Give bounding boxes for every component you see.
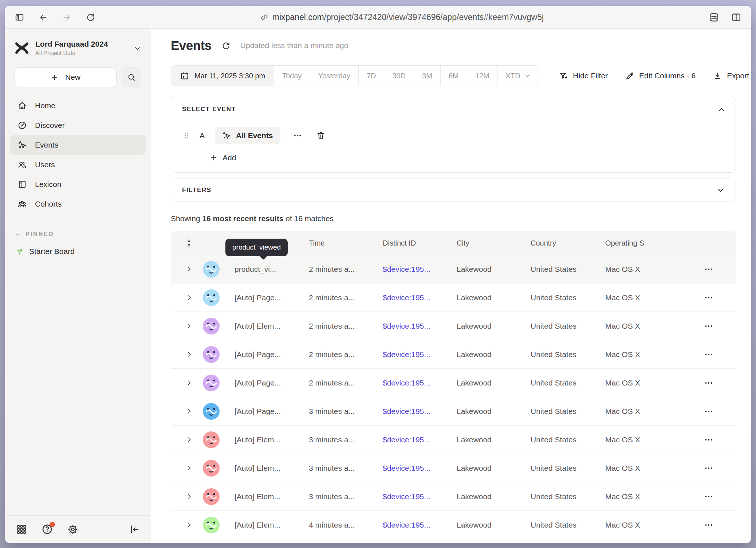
table-row[interactable]: product_vi... 2 minutes a... $device:195… — [171, 255, 736, 283]
gear-icon[interactable] — [67, 524, 78, 535]
expand-panel-icon[interactable] — [717, 186, 725, 194]
sidebar-item-discover[interactable]: Discover — [10, 116, 146, 135]
trash-icon[interactable] — [316, 131, 326, 140]
column-distinct-id[interactable]: Distinct ID — [383, 239, 457, 247]
distinct-id-link[interactable]: $device:195... — [383, 293, 430, 302]
column-operating-system[interactable]: Operating S — [605, 239, 681, 247]
project-switcher[interactable]: Lord Farquaad 2024 All Project Data — [5, 29, 151, 64]
help-button[interactable] — [42, 524, 53, 535]
table-row[interactable]: [Auto] Elem... 3 minutes a... $device:19… — [171, 454, 736, 482]
table-row[interactable]: [Auto] Elem... 4 minutes a... $device:19… — [171, 511, 736, 539]
row-expand-icon[interactable] — [186, 436, 193, 443]
row-expand-icon[interactable] — [186, 493, 193, 500]
table-row[interactable]: [Auto] Page... 3 minutes a... $device:19… — [171, 397, 736, 426]
table-row[interactable]: [Auto] Elem... 3 minutes a... $device:19… — [171, 482, 736, 511]
row-expand-icon[interactable] — [186, 294, 193, 301]
export-button[interactable]: Export — [713, 71, 749, 81]
search-button[interactable] — [122, 67, 141, 87]
event-query-row: A All Events — [182, 127, 725, 144]
row-expand-icon[interactable] — [186, 322, 193, 329]
row-more-button[interactable] — [704, 321, 714, 331]
distinct-id-link[interactable]: $device:195... — [383, 407, 430, 415]
pinned-section-header[interactable]: PINNED — [5, 231, 151, 238]
page-settings-icon[interactable] — [709, 12, 719, 23]
row-expand-icon[interactable] — [186, 266, 193, 273]
row-expand-icon[interactable] — [186, 351, 193, 358]
distinct-id-link[interactable]: $device:195... — [383, 492, 430, 501]
sidebar-item-users[interactable]: Users — [10, 155, 146, 175]
refresh-icon[interactable] — [221, 41, 231, 51]
range-3m[interactable]: 3M — [414, 66, 441, 86]
back-icon[interactable] — [38, 12, 48, 22]
distinct-id-link[interactable]: $device:195... — [383, 322, 430, 330]
address-bar[interactable]: mixpanel.com/project/3472420/view/397469… — [95, 12, 709, 22]
table-row[interactable]: [Auto] Elem... 2 minutes a... $device:19… — [171, 312, 736, 340]
event-avatar-icon — [203, 403, 220, 420]
range-7d[interactable]: 7D — [359, 66, 385, 86]
row-more-button[interactable] — [704, 520, 714, 530]
sidebar-item-events[interactable]: Events — [10, 135, 146, 155]
distinct-id-link[interactable]: $device:195... — [383, 265, 430, 273]
sidebar-item-lexicon[interactable]: Lexicon — [10, 175, 146, 194]
row-more-button[interactable] — [704, 293, 714, 303]
column-country[interactable]: Country — [531, 239, 605, 247]
sidebar-item-home[interactable]: Home — [10, 96, 146, 116]
hide-filter-button[interactable]: Hide Filter — [559, 71, 608, 81]
distinct-id-link[interactable]: $device:195... — [383, 435, 430, 444]
range-30d[interactable]: 30D — [384, 66, 414, 86]
row-more-button[interactable] — [704, 463, 714, 473]
browser-sidebar-toggle-icon[interactable] — [15, 12, 24, 22]
range-6m[interactable]: 6M — [441, 66, 467, 86]
browser-toolbar: mixpanel.com/project/3472420/view/397469… — [5, 6, 751, 29]
hide-filter-label: Hide Filter — [573, 71, 608, 80]
table-row[interactable]: [Auto] Page... 2 minutes a... $device:19… — [171, 283, 736, 312]
new-button[interactable]: New — [15, 67, 117, 87]
range-today[interactable]: Today — [274, 66, 310, 86]
table-row[interactable]: [Auto] Page... 2 minutes a... $device:19… — [171, 369, 736, 397]
download-icon — [713, 71, 722, 81]
apps-grid-icon[interactable] — [16, 524, 27, 535]
distinct-id-link[interactable]: $device:195... — [383, 350, 430, 359]
column-city[interactable]: City — [457, 239, 531, 247]
sprout-icon — [15, 247, 24, 256]
sidebar-item-starter-board[interactable]: Starter Board — [5, 242, 151, 261]
row-more-button[interactable] — [704, 492, 714, 502]
event-selector-chip[interactable]: All Events — [215, 127, 280, 144]
distinct-id-link[interactable]: $device:195... — [383, 521, 430, 529]
add-event-button[interactable]: Add — [210, 153, 725, 162]
sidebar-item-cohorts[interactable]: Cohorts — [10, 194, 146, 214]
row-expand-icon[interactable] — [186, 521, 193, 528]
table-row[interactable]: [Auto] Page... 2 minutes a... $device:19… — [171, 340, 736, 369]
reload-icon[interactable] — [86, 12, 95, 22]
row-expand-icon[interactable] — [186, 379, 193, 386]
row-more-button[interactable] — [704, 349, 714, 360]
sort-icon[interactable] — [184, 238, 194, 248]
forward-icon[interactable] — [62, 12, 72, 22]
table-row[interactable]: [Auto] Elem... 3 minutes a... $device:19… — [171, 426, 736, 454]
row-more-button[interactable] — [704, 264, 714, 274]
event-country: United States — [531, 464, 605, 473]
plus-icon — [51, 73, 59, 81]
edit-columns-button[interactable]: Edit Columns · 6 — [625, 71, 696, 81]
book-icon — [17, 180, 27, 189]
split-view-icon[interactable] — [731, 12, 741, 23]
collapse-sidebar-icon[interactable] — [129, 524, 140, 535]
collapse-panel-icon[interactable] — [717, 106, 725, 114]
event-more-button[interactable] — [292, 130, 303, 141]
range-yesterday[interactable]: Yesterday — [310, 66, 359, 86]
table-row[interactable] — [171, 539, 736, 543]
date-picker-button[interactable]: Mar 11, 2025 3:30 pm — [171, 66, 274, 86]
distinct-id-link[interactable]: $device:195... — [383, 464, 430, 472]
distinct-id-link[interactable]: $device:195... — [383, 379, 430, 387]
column-time[interactable]: Time — [309, 239, 383, 247]
range-12m[interactable]: 12M — [467, 66, 498, 86]
date-label: Mar 11, 2025 3:30 pm — [194, 72, 265, 80]
row-more-button[interactable] — [704, 378, 714, 388]
row-expand-icon[interactable] — [186, 408, 193, 415]
row-more-button[interactable] — [704, 406, 714, 416]
drag-handle-icon[interactable] — [182, 131, 191, 140]
sidebar-item-label: Lexicon — [35, 180, 61, 189]
row-expand-icon[interactable] — [186, 465, 193, 471]
row-more-button[interactable] — [704, 435, 714, 445]
range-xtd[interactable]: XTD — [498, 66, 539, 86]
